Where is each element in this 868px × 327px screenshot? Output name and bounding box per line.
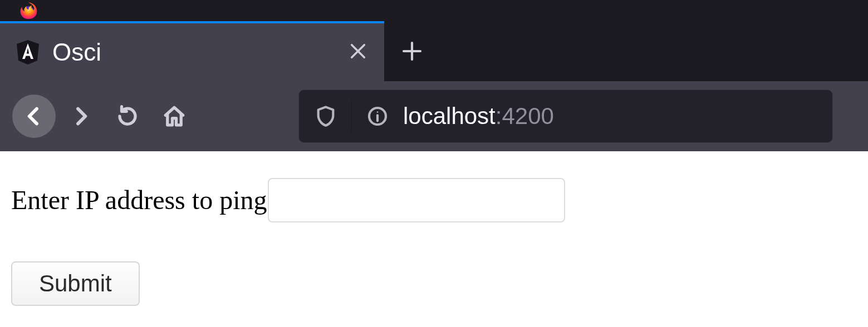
submit-button[interactable]: Submit bbox=[11, 261, 140, 306]
back-button[interactable] bbox=[12, 95, 56, 138]
firefox-icon bbox=[19, 2, 37, 19]
home-button[interactable] bbox=[153, 95, 196, 138]
tab-title: Osci bbox=[52, 38, 337, 66]
url-host: localhost bbox=[403, 103, 496, 130]
shield-icon[interactable] bbox=[315, 105, 337, 127]
url-bar[interactable]: localhost:4200 bbox=[298, 90, 833, 143]
url-divider bbox=[351, 100, 352, 132]
tab-strip: Osci bbox=[0, 21, 868, 81]
url-port: :4200 bbox=[496, 103, 554, 130]
reload-button[interactable] bbox=[106, 95, 149, 138]
ip-label: Enter IP address to ping bbox=[11, 184, 267, 216]
info-icon[interactable] bbox=[366, 105, 389, 127]
close-tab-icon[interactable] bbox=[349, 40, 367, 65]
navigation-toolbar: localhost:4200 bbox=[0, 81, 868, 151]
forward-button[interactable] bbox=[59, 95, 102, 138]
page-content: Enter IP address to ping Submit bbox=[0, 151, 868, 327]
new-tab-button[interactable] bbox=[384, 21, 440, 81]
ip-address-input[interactable] bbox=[268, 178, 565, 222]
angular-shield-icon bbox=[17, 40, 39, 65]
browser-tab-active[interactable]: Osci bbox=[0, 21, 384, 81]
svg-point-7 bbox=[377, 111, 379, 113]
ip-form-row: Enter IP address to ping bbox=[11, 178, 857, 222]
window-titlebar bbox=[0, 0, 868, 21]
url-text[interactable]: localhost:4200 bbox=[403, 103, 554, 130]
